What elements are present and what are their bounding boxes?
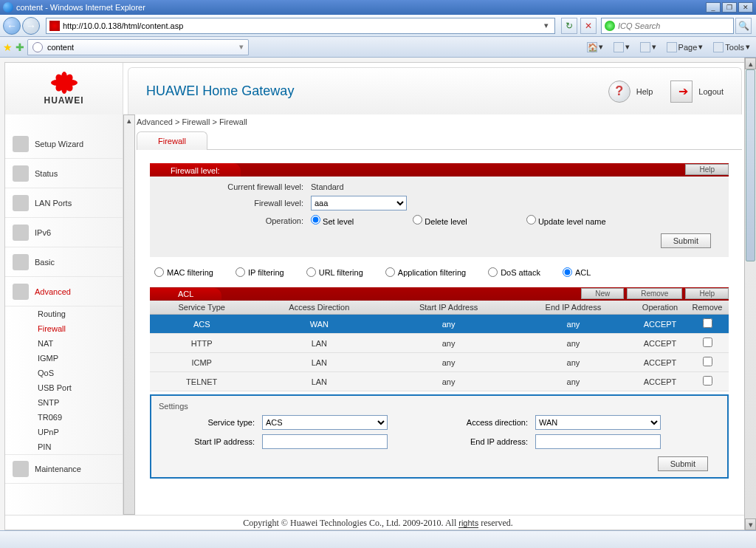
op-delete-level[interactable]: Delete level bbox=[413, 215, 467, 226]
table-row[interactable]: HTTPLANanyanyACCEPT bbox=[150, 334, 729, 353]
address-bar[interactable]: ▾ bbox=[46, 18, 555, 34]
minimize-button[interactable]: _ bbox=[706, 2, 721, 13]
stop-button[interactable]: ✕ bbox=[580, 18, 597, 34]
tab-favicon-icon bbox=[32, 42, 43, 52]
row-remove-checkbox[interactable] bbox=[703, 376, 712, 386]
op-update-level-name[interactable]: Update level name bbox=[526, 215, 606, 226]
sidebar-item-lan-ports[interactable]: LAN Ports bbox=[5, 188, 123, 218]
section-help-button[interactable]: Help bbox=[685, 164, 729, 175]
sidebar-item-setup-wizard[interactable]: Setup Wizard bbox=[5, 129, 123, 159]
acl-help-button[interactable]: Help bbox=[685, 288, 729, 299]
subnav-tr069[interactable]: TR069 bbox=[38, 410, 123, 425]
cell-start-ip: any bbox=[385, 315, 512, 334]
refresh-button[interactable]: ↻ bbox=[561, 18, 577, 34]
filter-url[interactable]: URL filtering bbox=[306, 267, 363, 277]
current-level-value: Standard bbox=[311, 182, 344, 191]
browser-search[interactable] bbox=[601, 18, 734, 34]
cell-remove bbox=[686, 353, 729, 372]
cell-remove bbox=[686, 315, 729, 334]
filter-mac[interactable]: MAC filtering bbox=[154, 267, 213, 277]
settings-submit-button[interactable]: Submit bbox=[658, 456, 708, 471]
tab-dropdown-icon[interactable]: ▾ bbox=[239, 42, 244, 52]
filter-dos[interactable]: DoS attack bbox=[488, 267, 540, 277]
print-button[interactable]: ▾ bbox=[637, 41, 659, 54]
url-dropdown-icon[interactable]: ▾ bbox=[541, 21, 551, 30]
sidebar-item-status[interactable]: Status bbox=[5, 159, 123, 188]
search-input[interactable] bbox=[618, 21, 730, 30]
acl-new-button[interactable]: New bbox=[581, 288, 624, 299]
table-row[interactable]: TELNETLANanyanyACCEPT bbox=[150, 372, 729, 391]
feeds-button[interactable]: ▾ bbox=[611, 41, 633, 54]
search-go-button[interactable]: 🔍 bbox=[735, 18, 752, 34]
op-set-level-radio[interactable] bbox=[311, 215, 320, 225]
browser-navbar: ← → ▾ ↻ ✕ 🔍 bbox=[0, 15, 756, 37]
subnav-sntp[interactable]: SNTP bbox=[38, 395, 123, 410]
close-window-button[interactable]: ✕ bbox=[738, 2, 753, 13]
home-button[interactable]: 🏠▾ bbox=[584, 41, 606, 54]
url-input[interactable] bbox=[63, 21, 541, 30]
advanced-submenu: Routing Firewall NAT IGMP QoS USB Port S… bbox=[5, 306, 123, 454]
sidebar-item-advanced[interactable]: Advanced bbox=[5, 277, 123, 306]
subnav-pin[interactable]: PIN bbox=[38, 439, 123, 454]
basic-icon bbox=[13, 254, 29, 270]
start-ip-input[interactable] bbox=[262, 434, 388, 449]
sidebar-item-ipv6[interactable]: IPv6 bbox=[5, 218, 123, 247]
browser-tab[interactable]: content ▾ bbox=[27, 39, 249, 55]
subnav-upnp[interactable]: UPnP bbox=[38, 425, 123, 439]
service-type-select[interactable]: ACS bbox=[262, 415, 388, 430]
row-remove-checkbox[interactable] bbox=[703, 318, 712, 328]
favorites-star-icon[interactable]: ★ bbox=[3, 41, 13, 53]
help-button[interactable]: ? Help bbox=[608, 81, 653, 103]
filter-type-row: MAC filtering IP filtering URL filtering… bbox=[150, 257, 729, 287]
end-ip-input[interactable] bbox=[535, 434, 661, 449]
sidebar-item-basic[interactable]: Basic bbox=[5, 247, 123, 277]
subnav-qos[interactable]: QoS bbox=[38, 366, 123, 380]
op-delete-level-radio[interactable] bbox=[413, 215, 422, 225]
scroll-up-icon[interactable]: ▴ bbox=[124, 115, 134, 127]
cell-service: HTTP bbox=[150, 334, 253, 353]
sidebar-item-maintenance[interactable]: Maintenance bbox=[5, 454, 123, 484]
add-favorite-icon[interactable]: ✚ bbox=[16, 41, 24, 53]
op-set-level[interactable]: Set level bbox=[311, 215, 354, 226]
col-operation: Operation bbox=[634, 301, 686, 315]
table-row[interactable]: ICMPLANanyanyACCEPT bbox=[150, 353, 729, 372]
firewall-level-select[interactable]: aaa bbox=[311, 196, 407, 210]
subnav-firewall[interactable]: Firewall bbox=[38, 321, 123, 336]
table-row[interactable]: ACSWANanyanyACCEPT bbox=[150, 315, 729, 334]
service-type-label: Service type: bbox=[159, 418, 255, 427]
scroll-down-arrow-icon[interactable]: ▾ bbox=[745, 518, 756, 530]
window-scrollbar[interactable]: ▴ ▾ bbox=[744, 58, 756, 530]
tools-menu[interactable]: Tools ▾ bbox=[710, 41, 753, 54]
footer-rights-link[interactable]: rights bbox=[458, 518, 478, 528]
restore-button[interactable]: ❐ bbox=[722, 2, 737, 13]
page-menu[interactable]: Page ▾ bbox=[664, 41, 707, 54]
svg-point-3 bbox=[54, 72, 66, 85]
brand-text: HUAWEI bbox=[44, 95, 84, 106]
subnav-usb-port[interactable]: USB Port bbox=[38, 380, 123, 395]
cell-start-ip: any bbox=[385, 353, 512, 372]
subnav-nat[interactable]: NAT bbox=[38, 336, 123, 351]
row-remove-checkbox[interactable] bbox=[703, 357, 712, 366]
svg-point-5 bbox=[54, 80, 66, 92]
firewall-level-submit-button[interactable]: Submit bbox=[661, 233, 711, 248]
logout-button[interactable]: Logout bbox=[670, 81, 724, 103]
inner-scrollbar[interactable]: ▴ bbox=[123, 114, 135, 515]
forward-button[interactable]: → bbox=[22, 17, 40, 35]
access-direction-select[interactable]: WAN bbox=[535, 415, 661, 430]
subnav-igmp[interactable]: IGMP bbox=[38, 351, 123, 366]
row-remove-checkbox[interactable] bbox=[703, 338, 712, 347]
status-icon bbox=[13, 165, 29, 182]
filter-application[interactable]: Application filtering bbox=[385, 267, 466, 277]
subnav-routing[interactable]: Routing bbox=[38, 306, 123, 321]
op-update-level-radio[interactable] bbox=[526, 215, 536, 225]
filter-acl[interactable]: ACL bbox=[563, 267, 591, 277]
back-button[interactable]: ← bbox=[3, 17, 21, 35]
rss-icon bbox=[614, 42, 624, 52]
help-icon: ? bbox=[608, 81, 630, 103]
scroll-thumb[interactable] bbox=[746, 69, 755, 261]
filter-ip[interactable]: IP filtering bbox=[236, 267, 284, 277]
scroll-up-arrow-icon[interactable]: ▴ bbox=[745, 58, 756, 69]
tab-firewall[interactable]: Firewall bbox=[137, 131, 207, 150]
main-content: ▴ Advanced > Firewall > Firewall Firewal… bbox=[123, 114, 751, 515]
acl-remove-button[interactable]: Remove bbox=[627, 288, 682, 299]
